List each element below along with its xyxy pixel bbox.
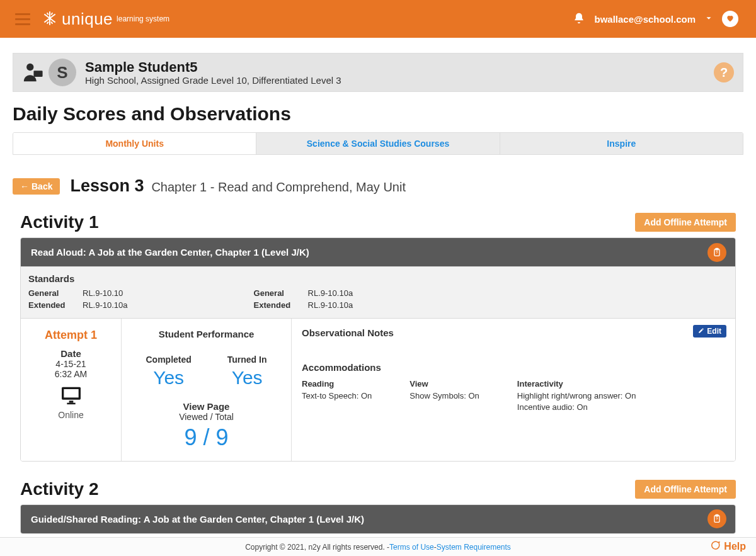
menu-icon[interactable]	[15, 13, 30, 25]
lesson-subtitle: Chapter 1 - Read and Comprehend, May Uni…	[151, 180, 406, 194]
view-page-score: 9 / 9	[128, 424, 285, 451]
bell-icon[interactable]	[573, 12, 585, 26]
svg-text:?: ?	[716, 517, 718, 521]
student-name: Sample Student5	[85, 59, 341, 75]
footer-sysreq-link[interactable]: System Requirements	[437, 543, 511, 552]
tab-science[interactable]: Science & Social Studies Courses	[256, 133, 500, 154]
standards-title: Standards	[28, 273, 728, 284]
footer: Copyright © 2021, n2y All rights reserve…	[0, 537, 756, 556]
tab-inspire[interactable]: Inspire	[500, 133, 743, 154]
accom-reading-h: Reading	[302, 379, 372, 389]
svg-point-7	[26, 64, 33, 71]
activity2-bar-title: Guided/Shared Reading: A Job at the Gard…	[31, 514, 364, 525]
turned-in-value: Yes	[227, 367, 267, 389]
std-extended-label-2: Extended	[254, 300, 308, 312]
performance-title: Student Performance	[128, 329, 285, 339]
activity2-box: Guided/Shared Reading: A Job at the Gard…	[20, 504, 736, 534]
svg-line-4	[51, 13, 52, 14]
help-fab[interactable]: Help	[709, 540, 746, 553]
activity1-title: Activity 1	[20, 212, 99, 232]
activity2-header-row: Activity 2 Add Offline Attempt	[20, 479, 736, 499]
view-page-sub: Viewed / Total	[128, 412, 285, 422]
page-title: Daily Scores and Observations	[13, 103, 743, 125]
completed-label: Completed	[146, 355, 191, 365]
turned-in-label: Turned In	[227, 355, 267, 365]
avatar[interactable]	[722, 11, 738, 27]
svg-text:?: ?	[716, 251, 718, 254]
accom-inter-v2: Incentive audio: On	[517, 402, 636, 413]
time-value: 6:32 AM	[26, 369, 116, 379]
attempt-column: Attempt 1 Date 4-15-21 6:32 AM Online	[21, 319, 122, 461]
student-bar: S Sample Student5 High School, Assigned …	[13, 53, 743, 92]
mode-label: Online	[26, 410, 116, 420]
clipboard-icon-2[interactable]: ?	[707, 509, 726, 528]
performance-column: Student Performance Completed Yes Turned…	[122, 319, 292, 461]
edit-button[interactable]: Edit	[693, 325, 726, 338]
svg-rect-8	[33, 71, 42, 77]
activity2-title: Activity 2	[20, 479, 99, 499]
attempt-row: Attempt 1 Date 4-15-21 6:32 AM Online St…	[21, 318, 735, 461]
chevron-down-icon[interactable]	[704, 14, 713, 25]
activity1-header-row: Activity 1 Add Offline Attempt	[20, 212, 736, 232]
clipboard-icon[interactable]: ?	[707, 243, 726, 262]
help-icon[interactable]: ?	[714, 62, 734, 82]
svg-line-6	[51, 21, 52, 23]
std2-general: RL.9-10.10a	[308, 288, 353, 298]
student-meta: High School, Assigned Grade Level 10, Di…	[85, 75, 341, 86]
activity1-bar: Read Aloud: A Job at the Garden Center, …	[21, 238, 735, 266]
accom-view-h: View	[410, 379, 479, 389]
back-button[interactable]: ← Back	[13, 178, 60, 195]
lesson-title: Lesson 3	[70, 176, 144, 195]
std-general-label-2: General	[254, 288, 308, 300]
std1-extended: RL.9-10.10a	[83, 300, 128, 310]
user-email[interactable]: bwallace@school.com	[594, 14, 696, 25]
date-value: 4-15-21	[26, 359, 116, 369]
accom-reading-v: Text-to Speech: On	[302, 390, 372, 402]
brand-subtitle: learning system	[117, 14, 169, 23]
svg-line-3	[47, 13, 49, 14]
arrow-left-icon: ←	[20, 181, 29, 191]
help-label: Help	[724, 541, 746, 552]
std2-extended: RL.9-10.10a	[308, 300, 353, 310]
heart-icon	[726, 14, 735, 25]
add-offline-attempt-button[interactable]: Add Offline Attempt	[635, 213, 736, 232]
pencil-icon	[698, 327, 704, 336]
tab-monthly-units[interactable]: Monthly Units	[13, 133, 256, 154]
edit-label: Edit	[707, 327, 721, 336]
view-page-label: View Page	[128, 401, 285, 412]
lesson-header: ← Back Lesson 3 Chapter 1 - Read and Com…	[13, 176, 743, 196]
footer-terms-link[interactable]: Terms of Use	[389, 543, 434, 552]
footer-copyright: Copyright © 2021, n2y All rights reserve…	[245, 543, 389, 552]
svg-rect-14	[69, 400, 73, 402]
accom-view-v: Show Symbols: On	[410, 390, 479, 402]
chat-icon	[709, 540, 721, 553]
student-initial: S	[57, 63, 67, 82]
accom-interactivity: Interactivity Highlight right/wrong answ…	[517, 379, 636, 413]
standards-col-1: GeneralRL.9-10.10 ExtendedRL.9-10.10a	[28, 288, 128, 312]
date-label: Date	[26, 348, 116, 359]
snowflake-icon	[42, 10, 58, 28]
brand-logo[interactable]: unique learning system	[42, 9, 169, 29]
student-avatar[interactable]: S	[49, 59, 76, 86]
std-extended-label: Extended	[28, 300, 83, 312]
svg-line-5	[47, 21, 49, 23]
observational-column: Observational Notes Edit Accommodations …	[292, 319, 735, 461]
accom-inter-v1: Highlight right/wrong answer: On	[517, 390, 636, 402]
monitor-icon	[26, 383, 116, 410]
accom-reading: Reading Text-to Speech: On	[302, 379, 372, 413]
observational-title: Observational Notes	[302, 327, 725, 338]
accom-view: View Show Symbols: On	[410, 379, 479, 413]
standards-section: Standards GeneralRL.9-10.10 ExtendedRL.9…	[21, 266, 735, 318]
accom-inter-h: Interactivity	[517, 379, 636, 389]
activity1-box: Read Aloud: A Job at the Garden Center, …	[20, 237, 736, 462]
tabs: Monthly Units Science & Social Studies C…	[13, 132, 743, 155]
attempt-label: Attempt 1	[26, 329, 116, 342]
back-label: Back	[32, 181, 52, 191]
std-general-label: General	[28, 288, 83, 300]
activity1-bar-title: Read Aloud: A Job at the Garden Center, …	[31, 247, 309, 258]
brand-name: unique	[62, 9, 113, 29]
add-offline-attempt-button-2[interactable]: Add Offline Attempt	[635, 480, 736, 499]
svg-rect-15	[67, 402, 75, 404]
top-header: unique learning system bwallace@school.c…	[0, 0, 756, 38]
svg-rect-13	[64, 389, 78, 397]
